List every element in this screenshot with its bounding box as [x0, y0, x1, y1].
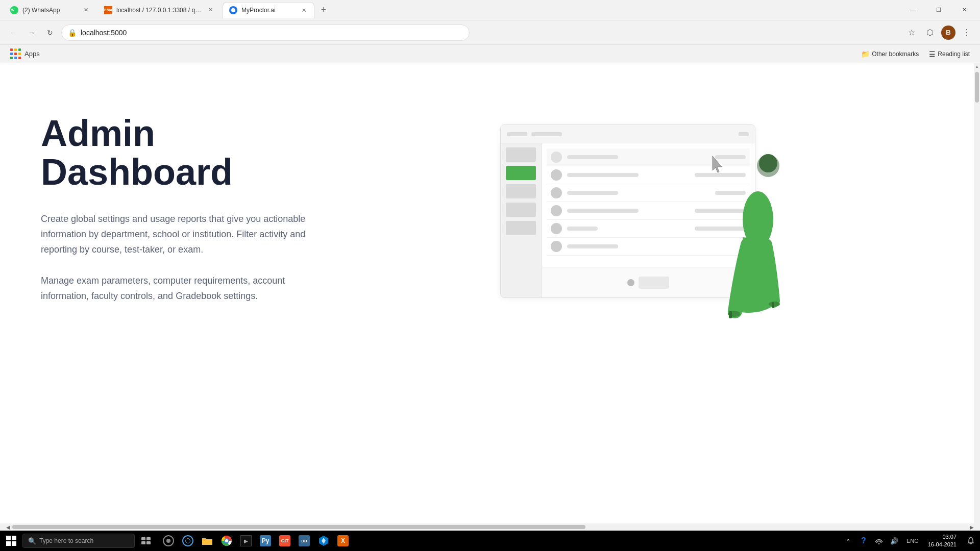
horizontal-scrollbar-thumb[interactable] — [12, 525, 585, 529]
chrome-button[interactable] — [217, 532, 236, 550]
row5-avatar — [551, 241, 562, 252]
cortana-icon — [163, 535, 174, 546]
row3-avatar — [551, 205, 562, 216]
git-button[interactable]: GIT — [276, 532, 294, 550]
language-indicator[interactable]: ENG — [904, 538, 921, 544]
row4-col1 — [567, 227, 598, 231]
chrome-icon — [221, 535, 232, 546]
database-button[interactable]: DB — [295, 532, 313, 550]
svg-rect-13 — [146, 541, 151, 544]
taskbar-search[interactable]: 🔍 Type here to search — [22, 534, 135, 548]
tray-icons: ^ ? 🔊 — [841, 534, 901, 548]
page-title-line1: Admin — [41, 113, 155, 154]
system-tray: ^ ? 🔊 ENG 03:07 16-04-2021 — [841, 533, 978, 549]
task-view-button[interactable] — [137, 532, 155, 550]
svg-text:W: W — [11, 8, 15, 12]
forward-button[interactable]: → — [24, 26, 39, 40]
page-title-line2: Dashboard — [41, 152, 233, 192]
file-explorer-button[interactable] — [198, 532, 216, 550]
vscode-icon — [318, 535, 329, 546]
pagination-control — [639, 277, 669, 289]
tab-whatsapp[interactable]: W (2) WhatsApp ✕ — [4, 2, 96, 18]
taskbar-clock[interactable]: 03:07 16-04-2021 — [924, 533, 961, 549]
sidebar-row-5 — [506, 221, 536, 235]
bookmarks-bar: Apps 📁 Other bookmarks ☰ Reading list — [0, 45, 980, 63]
back-button[interactable]: ← — [6, 26, 20, 40]
notification-button[interactable] — [964, 534, 978, 548]
maximize-button[interactable]: ☐ — [927, 2, 950, 18]
svg-rect-10 — [141, 537, 145, 540]
bookmark-star-icon[interactable]: ☆ — [904, 26, 919, 40]
horizontal-scrollbar-track[interactable] — [12, 525, 968, 529]
whatsapp-tab-icon: W — [10, 6, 18, 14]
scroll-thumb[interactable] — [975, 72, 979, 103]
tab-myproctor[interactable]: MyProctor.ai ✕ — [223, 2, 314, 18]
scroll-up-arrow[interactable]: ▲ — [974, 63, 980, 70]
page-description-1: Create global settings and usage reports… — [41, 212, 306, 257]
browser-content-area: Admin Dashboard Create global settings a… — [0, 63, 980, 531]
horizontal-scrollbar: ◀ ▶ — [0, 523, 980, 531]
vertical-scrollbar[interactable]: ▲ ▼ — [974, 63, 980, 531]
header-col1 — [567, 155, 618, 159]
git-icon: GIT — [279, 535, 290, 546]
address-bar[interactable]: 🔒 localhost:5000 — [61, 24, 470, 41]
tab-myproctor-close[interactable]: ✕ — [300, 6, 308, 14]
left-content: Admin Dashboard Create global settings a… — [41, 104, 306, 320]
taskbar: 🔍 Type here to search — [0, 531, 980, 551]
apps-grid-icon — [10, 48, 21, 60]
reading-list-label: Reading list — [938, 51, 970, 58]
card-sidebar — [501, 143, 542, 297]
browser-titlebar: W (2) WhatsApp ✕ PMA localhost / 127.0.0… — [0, 0, 980, 20]
person-figure — [699, 138, 791, 334]
svg-point-17 — [225, 539, 228, 542]
reading-list-button[interactable]: ☰ Reading list — [925, 48, 974, 60]
other-bookmarks-icon: 📁 — [861, 50, 870, 58]
sidebar-row-4 — [506, 203, 536, 217]
profile-avatar[interactable]: B — [941, 26, 955, 40]
cortana-button[interactable] — [159, 532, 178, 550]
tray-expand-button[interactable]: ^ — [841, 534, 855, 548]
close-button[interactable]: ✕ — [952, 2, 976, 18]
sidebar-row-3 — [506, 184, 536, 198]
terminal-button[interactable]: ▶ — [237, 532, 255, 550]
tab-myproctor-label: MyProctor.ai — [241, 7, 296, 14]
globe-button[interactable] — [179, 532, 197, 550]
page-description-2: Manage exam parameters, computer require… — [41, 273, 306, 304]
tray-network-icon[interactable] — [872, 534, 886, 548]
database-icon: DB — [299, 535, 310, 546]
dashboard-illustration — [490, 109, 776, 313]
new-tab-button[interactable]: + — [316, 3, 331, 17]
other-bookmarks-button[interactable]: 📁 Other bookmarks — [857, 48, 923, 60]
tray-volume-icon[interactable]: 🔊 — [887, 534, 901, 548]
tab-pma-close[interactable]: ✕ — [206, 6, 214, 14]
minimize-button[interactable]: — — [901, 2, 925, 18]
scroll-right-arrow[interactable]: ▶ — [970, 524, 974, 530]
tray-help-icon[interactable]: ? — [856, 534, 871, 548]
apps-button[interactable]: Apps — [6, 46, 44, 62]
vscode-button[interactable] — [314, 532, 333, 550]
taskbar-search-placeholder: Type here to search — [39, 537, 93, 544]
extension-icon[interactable]: ⬡ — [923, 26, 937, 40]
apps-label: Apps — [24, 50, 40, 58]
svg-rect-7 — [729, 311, 732, 318]
terminal-icon: ▶ — [240, 535, 252, 546]
start-button[interactable] — [2, 532, 20, 550]
windows-logo — [6, 536, 16, 546]
svg-rect-11 — [146, 537, 151, 540]
lock-icon: 🔒 — [68, 29, 77, 37]
header-avatar — [551, 152, 562, 163]
scroll-left-arrow[interactable]: ◀ — [6, 524, 10, 530]
xampp-button[interactable]: X — [334, 532, 352, 550]
python-button[interactable]: Py — [256, 532, 275, 550]
row5-col1 — [567, 244, 618, 248]
pagination-dot — [627, 279, 634, 286]
pma-tab-icon: PMA — [104, 6, 112, 14]
svg-point-18 — [878, 543, 879, 545]
myproctor-tab-icon — [229, 6, 237, 14]
reload-button[interactable]: ↻ — [43, 26, 57, 40]
menu-icon[interactable]: ⋮ — [960, 26, 974, 40]
row4-avatar — [551, 223, 562, 234]
tab-pma[interactable]: PMA localhost / 127.0.0.1:3308 / quiz...… — [98, 2, 220, 18]
tab-whatsapp-close[interactable]: ✕ — [82, 6, 90, 14]
sidebar-row-2-active — [506, 166, 536, 180]
